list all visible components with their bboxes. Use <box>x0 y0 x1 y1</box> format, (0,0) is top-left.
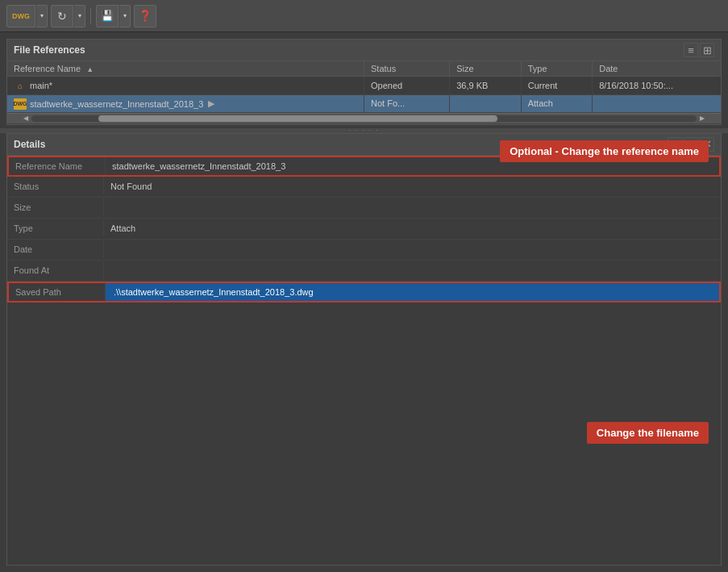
col-header-date: Date <box>593 61 721 77</box>
toolbar: DWG ▾ ↻ ▾ 💾 ▾ ❓ <box>0 0 728 32</box>
dwg-dropdown-arrow[interactable]: ▾ <box>36 5 48 27</box>
cell-type-stadtwerke: Attach <box>521 95 593 113</box>
horizontal-scrollbar[interactable]: ◀ ▶ <box>7 113 721 124</box>
saved-path-input[interactable] <box>110 286 714 299</box>
details-pin-icon[interactable]: ✕ <box>700 137 714 152</box>
row-icon-stadtwerke: DWG stadtwerke_wassernetz_Innenstadt_201… <box>14 98 214 110</box>
toolbar-separator <box>90 8 91 24</box>
date-label: Date <box>7 240 104 258</box>
details-panel: Details ⧉ ⊡ ✕ Reference Name Status Not … <box>6 133 722 566</box>
refresh-dropdown-arrow[interactable]: ▾ <box>74 5 85 27</box>
file-references-title: File References <box>14 44 85 56</box>
save-dropdown[interactable]: 💾 ▾ <box>96 5 131 27</box>
tree-view-icon[interactable]: ⊞ <box>700 43 714 57</box>
row-icon-main: ⌂ main* <box>14 79 52 92</box>
cell-status-stadtwerke: Not Fo... <box>364 95 450 113</box>
cell-size-main: 36,9 KB <box>450 77 522 95</box>
details-title: Details <box>14 139 45 150</box>
list-view-icon[interactable]: ≡ <box>684 43 698 57</box>
type-value: Attach <box>104 219 721 237</box>
reference-name-input[interactable] <box>112 161 713 171</box>
cell-size-stadtwerke <box>450 95 522 113</box>
file-table: Reference Name ▲ Status Size Type Date ⌂… <box>7 61 721 113</box>
refresh-button[interactable]: ↻ <box>51 5 73 27</box>
cell-status-main: Opened <box>364 77 450 95</box>
cell-type-main: Current <box>521 77 593 95</box>
details-expand-icon[interactable]: ⊡ <box>684 137 698 152</box>
type-row: Type Attach <box>7 219 721 240</box>
col-header-status: Status <box>364 61 450 77</box>
status-label: Status <box>7 177 104 195</box>
cell-date-stadtwerke <box>593 95 721 113</box>
scroll-right-button[interactable]: ▶ <box>697 113 708 124</box>
saved-path-row: Saved Path <box>7 282 721 303</box>
cell-name-stadtwerke: DWG stadtwerke_wassernetz_Innenstadt_201… <box>7 95 364 113</box>
size-label: Size <box>7 198 104 216</box>
details-corner-icons: ⧉ ⊡ ✕ <box>668 137 714 152</box>
file-references-panel: File References ≡ ⊞ Reference Name ▲ Sta… <box>6 39 722 125</box>
dwg-dropdown[interactable]: DWG ▾ <box>6 5 48 27</box>
refresh-dropdown[interactable]: ↻ ▾ <box>51 5 85 27</box>
panel-corner-icons: ≡ ⊞ <box>684 43 714 57</box>
scroll-track[interactable] <box>31 115 697 122</box>
reference-name-row: Reference Name <box>7 156 721 177</box>
found-at-value <box>104 266 721 274</box>
file-references-header: File References ≡ ⊞ <box>7 40 721 61</box>
col-header-size: Size <box>450 61 522 77</box>
cell-name-main: ⌂ main* <box>7 77 364 95</box>
details-header: Details ⧉ ⊡ ✕ <box>7 134 721 156</box>
saved-path-label: Saved Path <box>9 283 106 301</box>
scroll-left-button[interactable]: ◀ <box>20 113 31 124</box>
reference-name-label: Reference Name <box>9 157 106 175</box>
found-at-label: Found At <box>7 261 104 279</box>
table-row[interactable]: ⌂ main* Opened 36,9 KB Current 8/16/2018… <box>7 77 721 95</box>
col-header-type: Type <box>521 61 593 77</box>
cell-date-main: 8/16/2018 10:50:... <box>593 77 721 95</box>
size-value <box>104 203 721 211</box>
date-value <box>104 245 721 253</box>
saved-path-value[interactable] <box>106 283 719 301</box>
date-row: Date <box>7 240 721 261</box>
col-header-name: Reference Name ▲ <box>7 61 364 77</box>
dwg-button[interactable]: DWG <box>6 5 35 27</box>
main-container: DWG ▾ ↻ ▾ 💾 ▾ ❓ File References ≡ ⊞ <box>0 0 728 572</box>
scroll-thumb[interactable] <box>98 115 497 122</box>
status-row: Status Not Found <box>7 177 721 198</box>
size-row: Size <box>7 198 721 219</box>
annotation-bubble-filename: Change the filename <box>587 422 709 444</box>
dwg-lock-icon: DWG <box>14 98 27 110</box>
save-button[interactable]: 💾 <box>96 5 119 27</box>
status-value: Not Found <box>104 177 721 195</box>
found-at-row: Found At <box>7 261 721 282</box>
details-copy-icon[interactable]: ⧉ <box>668 137 682 152</box>
save-dropdown-arrow[interactable]: ▾ <box>119 5 131 27</box>
details-content: Reference Name Status Not Found Size Typ… <box>7 156 721 303</box>
table-row[interactable]: DWG stadtwerke_wassernetz_Innenstadt_201… <box>7 95 721 113</box>
edit-indicator: ▶ <box>208 98 214 109</box>
help-button[interactable]: ❓ <box>134 5 156 27</box>
sort-arrow-name: ▲ <box>86 65 94 73</box>
home-icon: ⌂ <box>14 79 27 92</box>
reference-name-value[interactable] <box>106 157 719 175</box>
type-label: Type <box>7 219 104 237</box>
